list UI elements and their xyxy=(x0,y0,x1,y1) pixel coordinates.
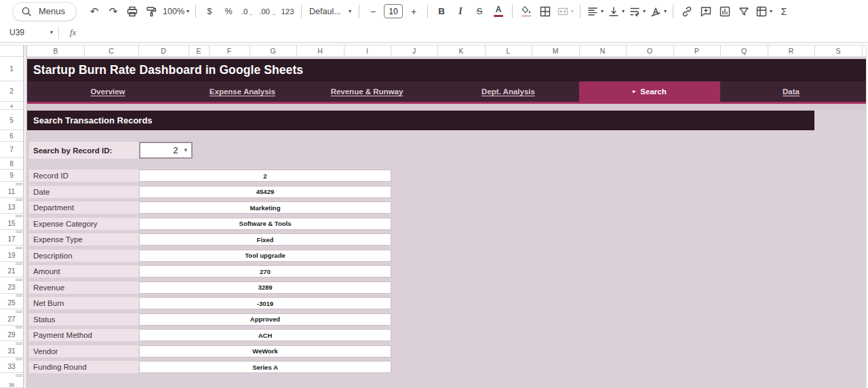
text-color-button[interactable]: A xyxy=(491,3,506,20)
paint-format-icon xyxy=(145,5,157,18)
table-views-button[interactable]: ▾ xyxy=(755,3,772,20)
fill-color-button[interactable] xyxy=(519,3,534,20)
column-header-E[interactable]: E xyxy=(189,45,210,56)
insert-comment-button[interactable] xyxy=(698,3,713,20)
nav-tab-data[interactable]: Data xyxy=(720,81,862,102)
decrease-decimal-button[interactable]: .0← xyxy=(240,3,255,20)
field-value-record-id[interactable]: 2 xyxy=(139,170,391,182)
nav-tab-overview[interactable]: Overview xyxy=(27,81,189,102)
row-header-5[interactable]: 5 xyxy=(0,111,23,130)
font-size-input[interactable]: 10 xyxy=(384,4,403,18)
row-header-9[interactable]: 9 xyxy=(0,170,23,182)
field-value-description[interactable]: Tool upgrade xyxy=(139,250,391,262)
field-value-expense-category[interactable]: Software & Tools xyxy=(139,218,391,230)
column-header-L[interactable]: L xyxy=(485,45,532,56)
insert-link-button[interactable] xyxy=(679,3,694,20)
merge-cells-button[interactable]: ▾ xyxy=(557,3,574,20)
nav-tab-search[interactable]: ▸Search xyxy=(579,81,720,102)
row-header-21[interactable]: 21 xyxy=(0,265,23,277)
row-header-29[interactable]: 29 xyxy=(0,329,23,341)
field-value-net-burn[interactable]: -3019 xyxy=(139,297,391,309)
toolbar: Menus ↶ ↷ 100% ▾ $ % .0← .00→ 123 xyxy=(0,0,868,22)
column-header-C[interactable]: C xyxy=(84,45,139,56)
row-header-33[interactable]: 33 xyxy=(0,361,23,373)
horizontal-align-button[interactable]: ▾ xyxy=(587,3,604,20)
column-header-R[interactable]: R xyxy=(768,45,815,56)
vertical-align-button[interactable]: ▾ xyxy=(608,3,625,20)
text-wrap-button[interactable]: ▾ xyxy=(629,3,646,20)
column-header-F[interactable]: F xyxy=(209,45,250,56)
increase-font-size-button[interactable]: + xyxy=(406,3,421,20)
name-box[interactable]: U39 ▾ xyxy=(0,28,58,37)
bold-button[interactable]: B xyxy=(434,3,449,20)
percent-format-button[interactable]: % xyxy=(221,3,236,20)
row-header-17[interactable]: 17 xyxy=(0,233,23,246)
field-value-expense-type[interactable]: Fixed xyxy=(139,233,391,246)
field-value-funding-round[interactable]: Series A xyxy=(139,361,391,373)
row-header-27[interactable]: 27 xyxy=(0,313,23,326)
zoom-value: 100% xyxy=(163,7,184,16)
column-header-G[interactable]: G xyxy=(250,45,297,56)
strikethrough-button[interactable]: S xyxy=(472,3,487,20)
row-header-11[interactable]: 11 xyxy=(0,186,23,198)
create-filter-button[interactable] xyxy=(736,3,751,20)
hidden-rows-indicator xyxy=(16,294,22,296)
borders-button[interactable] xyxy=(538,3,553,20)
more-formats-button[interactable]: 123 xyxy=(280,3,295,20)
column-header-S[interactable]: S xyxy=(814,45,863,56)
field-value-status[interactable]: Approved xyxy=(139,313,391,326)
row-header-23[interactable]: 23 xyxy=(0,282,23,294)
field-value-payment-method[interactable]: ACH xyxy=(139,329,391,341)
row-header-4[interactable]: 4 xyxy=(0,102,23,110)
column-header-I[interactable]: I xyxy=(344,45,391,56)
insert-chart-button[interactable] xyxy=(717,3,732,20)
redo-button[interactable]: ↷ xyxy=(106,3,121,20)
italic-button[interactable]: I xyxy=(453,3,468,20)
font-selector[interactable]: Defaul... ▾ xyxy=(308,3,353,20)
zoom-control[interactable]: 100% ▾ xyxy=(163,3,189,20)
select-all-corner[interactable] xyxy=(0,45,23,57)
row-header-36[interactable]: 36 xyxy=(0,383,23,388)
field-value-amount[interactable]: 270 xyxy=(139,265,391,277)
text-rotation-icon xyxy=(650,5,662,18)
record-id-dropdown[interactable]: 2 ▾ xyxy=(139,142,193,159)
row-header-25[interactable]: 25 xyxy=(0,297,23,309)
row-header-15[interactable]: 15 xyxy=(0,218,23,230)
formula-input[interactable] xyxy=(76,22,868,42)
field-value-revenue[interactable]: 3289 xyxy=(139,282,391,294)
currency-format-button[interactable]: $ xyxy=(202,3,217,20)
field-value-date[interactable]: 45429 xyxy=(139,186,391,198)
column-header-K[interactable]: K xyxy=(437,45,486,56)
functions-button[interactable]: Σ xyxy=(776,3,791,20)
column-header-Q[interactable]: Q xyxy=(720,45,768,56)
column-header-B[interactable]: B xyxy=(27,45,85,56)
column-header-H[interactable]: H xyxy=(296,45,344,56)
row-header-8[interactable]: 8 xyxy=(0,158,23,170)
column-header-D[interactable]: D xyxy=(138,45,189,56)
increase-decimal-button[interactable]: .00→ xyxy=(259,3,276,20)
field-value-vendor[interactable]: WeWork xyxy=(139,345,391,357)
undo-button[interactable]: ↶ xyxy=(87,3,102,20)
nav-tab-dept-analysis[interactable]: Dept. Analysis xyxy=(437,81,579,102)
print-button[interactable] xyxy=(125,3,140,20)
field-value-department[interactable]: Marketing xyxy=(139,201,391,214)
nav-tab-expense-analysis[interactable]: Expense Analysis xyxy=(189,81,296,102)
column-header-P[interactable]: P xyxy=(673,45,721,56)
text-rotation-button[interactable]: ▾ xyxy=(650,3,667,20)
column-header-N[interactable]: N xyxy=(579,45,627,56)
menus-button[interactable]: Menus xyxy=(12,2,77,21)
row-header-2[interactable]: 2 xyxy=(0,81,23,102)
row-header-31[interactable]: 31 xyxy=(0,345,23,357)
nav-tab-revenue-runway[interactable]: Revenue & Runway xyxy=(296,81,437,102)
paint-format-button[interactable] xyxy=(144,3,159,20)
column-header-J[interactable]: J xyxy=(391,45,438,56)
row-header-1[interactable]: 1 xyxy=(0,57,23,81)
column-header-M[interactable]: M xyxy=(532,45,580,56)
row-header-6[interactable]: 6 xyxy=(0,130,23,142)
row-header-19[interactable]: 19 xyxy=(0,250,23,262)
row-header-13[interactable]: 13 xyxy=(0,201,23,214)
decrease-font-size-button[interactable]: − xyxy=(366,3,380,20)
chevron-down-icon: ▾ xyxy=(770,9,772,14)
row-header-7[interactable]: 7 xyxy=(0,142,23,158)
column-header-O[interactable]: O xyxy=(626,45,674,56)
